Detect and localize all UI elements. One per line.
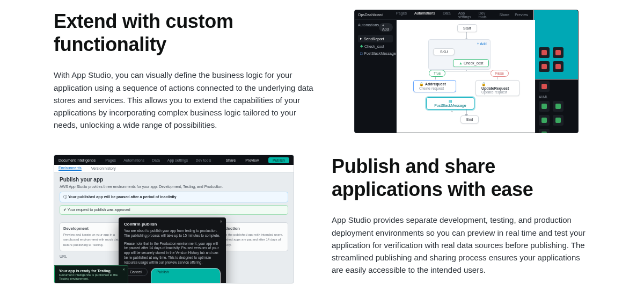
- toast-sub: Document Intelligence is published to th…: [59, 273, 118, 280]
- action-tile[interactable]: [539, 61, 550, 72]
- pub-share[interactable]: Share: [225, 158, 236, 162]
- ide-preview[interactable]: Preview: [515, 13, 528, 17]
- action-tile[interactable]: [553, 101, 564, 112]
- action-tile[interactable]: [553, 61, 564, 72]
- ide-left-item-sendreport[interactable]: ▸SendReport: [358, 35, 393, 42]
- flow-true-pill: True: [429, 70, 445, 77]
- pub-app-title: Document Intelligence: [58, 158, 96, 162]
- modal-line1: You are about to publish your app from t…: [124, 229, 221, 238]
- flow-start[interactable]: Start: [457, 24, 477, 32]
- close-icon[interactable]: ✕: [219, 220, 223, 224]
- ide-nav-pages[interactable]: Pages: [396, 11, 407, 19]
- flow-postslack[interactable]: ▤ PostSlackMessage ⤷: [426, 97, 474, 110]
- ide-screenshot: OpsDashboard Pages Automations Data App …: [354, 10, 579, 133]
- ide-left-add[interactable]: + Add: [379, 23, 393, 32]
- pub-nav-data[interactable]: Data: [152, 158, 160, 162]
- flow-sku[interactable]: SKU: [433, 48, 455, 55]
- ide-nav-data[interactable]: Data: [443, 11, 451, 19]
- toast-ready: ✕ Your app is ready for Testing Document…: [54, 265, 128, 284]
- ide-nav-automations[interactable]: Automations: [414, 11, 435, 19]
- flow-checkcost[interactable]: ▲ Check_cost: [453, 59, 489, 67]
- ide-nav-appsettings[interactable]: App settings: [458, 11, 471, 19]
- action-tile[interactable]: [539, 129, 550, 133]
- section2-heading: Publish and share applications with ease: [332, 155, 590, 201]
- section1-heading: Extend with custom functionality: [54, 10, 317, 56]
- flow-addrequest[interactable]: 🔒 AddrequestCreate request: [413, 80, 456, 92]
- flow-updaterequest[interactable]: 🔒 UpdateRequestUpdate request: [475, 80, 519, 96]
- ide-flow-canvas[interactable]: Start 1 parameter + Add SKU ▲ Check_cost…: [397, 20, 535, 133]
- pub-alert-approved: ✔ Your request to publish was approved: [60, 205, 288, 215]
- pub-tab-history[interactable]: Version history: [91, 166, 116, 170]
- flow-end[interactable]: End: [460, 115, 479, 123]
- action-tile[interactable]: [539, 47, 550, 58]
- pub-nav-appsettings[interactable]: App settings: [167, 158, 188, 162]
- pub-nav-devtools[interactable]: Dev tools: [195, 158, 211, 162]
- ide-share[interactable]: Share: [500, 13, 510, 17]
- action-tile[interactable]: [539, 101, 550, 112]
- modal-publish-button[interactable]: Publish: [151, 268, 221, 284]
- pub-publish-button[interactable]: Publish: [268, 157, 289, 163]
- flow-params-add[interactable]: + Add: [477, 42, 487, 46]
- pub-subheading: AWS App Studio provides three environmen…: [60, 185, 288, 188]
- close-icon[interactable]: ✕: [122, 267, 125, 271]
- action-tile[interactable]: [553, 115, 564, 126]
- ide-left-item-postslack[interactable]: □PostSlackMessage: [358, 50, 393, 57]
- toast-title: Your app is ready for Testing: [59, 269, 111, 273]
- ide-left-title: Automations: [358, 23, 379, 32]
- modal-line2: Please note that in the Production envir…: [124, 242, 221, 265]
- ide-nav-devtools[interactable]: Dev tools: [479, 11, 487, 19]
- section2-body: App Studio provides separate development…: [332, 214, 590, 276]
- ide-left-item-checkcost[interactable]: ◆Check_cost: [358, 42, 393, 50]
- pub-alert-inactivity: ⓘ Your published app will be paused afte…: [60, 192, 288, 202]
- confirm-publish-modal: ✕ Confirm publish You are about to publi…: [119, 217, 226, 284]
- ide-app-title: OpsDashboard: [358, 13, 383, 17]
- pub-nav-pages[interactable]: Pages: [105, 158, 116, 162]
- modal-title: Confirm publish: [124, 222, 221, 227]
- publish-screenshot: Document Intelligence Pages Automations …: [54, 155, 294, 284]
- action-tile[interactable]: [553, 47, 564, 58]
- pub-heading: Publish your app: [60, 177, 288, 183]
- pub-tab-env[interactable]: Environments: [58, 166, 82, 171]
- flow-false-pill: False: [491, 70, 509, 77]
- section1-body: With App Studio, you can visually define…: [54, 69, 317, 131]
- action-tile[interactable]: [539, 81, 550, 92]
- pub-nav-automations[interactable]: Automations: [123, 158, 144, 162]
- right-sec-aiml: AI/ML: [539, 95, 575, 99]
- pub-preview[interactable]: Preview: [245, 158, 259, 162]
- action-tile[interactable]: [539, 115, 550, 126]
